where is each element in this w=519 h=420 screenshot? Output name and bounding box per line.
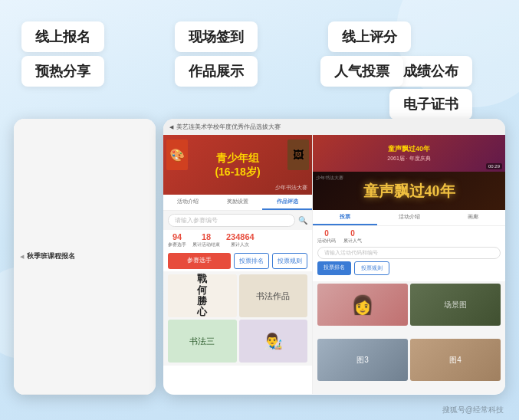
artwork-3[interactable]: 书法三 [168, 320, 237, 363]
phones-area: ◀ 秋季班课程报名 1025人报名! 课程 互动资讯 机构介绍 报名 秋季课程报… [14, 119, 505, 405]
vote-rank-btn[interactable]: 投票排名 [234, 253, 269, 269]
rpl-banner-sub: 少年书法大赛 [275, 184, 307, 192]
stat-total-label: 累计人次 [226, 241, 255, 248]
stat-activity-value: 18 [192, 232, 220, 241]
rpr-top-image: 童声飘过40年 2061届 · 年度庆典 00:29 [313, 135, 505, 172]
feature-label: 人气投票 [334, 64, 389, 79]
vote-total-value: 0 [343, 229, 362, 238]
rpl-banner-title: 青少年组(16-18岁) [215, 151, 260, 179]
vote-rules-btn[interactable]: 投票规则 [272, 253, 307, 269]
vote-code-value: 0 [317, 229, 336, 238]
features-area: 线上报名 现场签到 线上评分 预热分享 作品展示 成绩公布 人气投票 电子证书 [14, 14, 505, 113]
left-phone: ◀ 秋季班课程报名 1025人报名! 课程 互动资讯 机构介绍 报名 秋季课程报… [14, 119, 156, 395]
rpl-search: 请输入参赛编号 🔍 [163, 211, 312, 230]
rpr-vote-area: 0 活动代码 0 累计人气 请输入活动代码和编号 投票排名 投票规则 [313, 226, 505, 281]
rpr-header-text: 童声飘过40年 2061届 · 年度庆典 [387, 144, 430, 162]
right-phone-panels: 青少年组(16-18岁) 少年书法大赛 🎨 🖼 活动介绍 奖励设置 作品评选 [163, 135, 505, 394]
right-phone-left-panel: 青少年组(16-18岁) 少年书法大赛 🎨 🖼 活动介绍 奖励设置 作品评选 [163, 135, 313, 394]
left-phone-header: ◀ 秋季班课程报名 [14, 119, 156, 395]
feature-online-score[interactable]: 线上评分 [328, 21, 411, 52]
artwork-grid: 戰何勝心 书法作品 书法三 👨‍🎨 [163, 271, 312, 366]
vote-stats: 0 活动代码 0 累计人气 [317, 229, 501, 244]
rpr-img-2[interactable]: 场景图 [410, 284, 501, 326]
stat-activity: 18 累计活动结束 [192, 232, 220, 248]
vote-action-btns: 投票排名 投票规则 [317, 261, 501, 275]
vote-rank-btn[interactable]: 投票排名 [317, 261, 351, 275]
timestamp-badge: 00:29 [486, 163, 502, 169]
feature-label: 预热分享 [35, 64, 90, 79]
rpr-img-3[interactable]: 图3 [317, 339, 408, 381]
stat-total-value: 234864 [226, 232, 255, 241]
right-phone-header: ◀ 美艺连美术学校年度优秀作品选拔大赛 [163, 119, 505, 135]
left-phone-header-text: 秋季班课程报名 [27, 251, 75, 261]
feature-work-display[interactable]: 作品展示 [175, 56, 258, 87]
stat-contestants-value: 94 [168, 232, 186, 241]
right-phone-right-panel: 童声飘过40年 2061届 · 年度庆典 00:29 童声飘过40年 少年书法大… [313, 135, 505, 394]
join-btn[interactable]: 参赛选手 [168, 253, 231, 269]
feature-onsite-checkin[interactable]: 现场签到 [175, 21, 258, 52]
rpr-calligraphy-banner: 童声飘过40年 少年书法大赛 [313, 172, 505, 210]
rpr-img-4[interactable]: 图4 [410, 339, 501, 381]
vote-code-label: 活动代码 [317, 238, 336, 244]
rpl-banner: 青少年组(16-18岁) 少年书法大赛 🎨 🖼 [163, 135, 312, 195]
rpl-action-btns: 参赛选手 投票排名 投票规则 [163, 251, 312, 271]
vote-stat-code: 0 活动代码 [317, 229, 336, 244]
rpl-tab-works[interactable]: 作品评选 [262, 195, 312, 210]
artwork-4[interactable]: 👨‍🎨 [239, 320, 308, 363]
stat-activity-label: 累计活动结束 [192, 241, 220, 248]
feature-online-register[interactable]: 线上报名 [21, 21, 104, 52]
feature-label: 作品展示 [189, 64, 244, 79]
vote-rules-btn2[interactable]: 投票规则 [354, 261, 389, 275]
right-phone: ◀ 美艺连美术学校年度优秀作品选拔大赛 青少年组(16-18岁) 少年书法大赛 … [163, 119, 505, 395]
right-phone-header-text: 美艺连美术学校年度优秀作品选拔大赛 [176, 123, 281, 131]
rpr-image-grid: 👩 场景图 图3 图4 [313, 281, 505, 394]
rpr-cal-year: 少年书法大赛 [316, 175, 343, 182]
feature-label: 电子证书 [403, 97, 458, 112]
feature-label: 现场签到 [189, 29, 244, 44]
feature-label: 成绩公布 [403, 64, 458, 79]
rpr-cal-title: 童声飘过40年 [363, 181, 455, 202]
search-icon[interactable]: 🔍 [298, 216, 307, 225]
rpl-tabs: 活动介绍 奖励设置 作品评选 [163, 195, 312, 211]
feature-popular-vote[interactable]: 人气投票 [320, 56, 403, 87]
vote-total-label: 累计人气 [343, 238, 362, 244]
rpr-tab-vote[interactable]: 投票 [313, 210, 377, 225]
feature-label: 线上评分 [342, 29, 397, 44]
rpr-tab-gallery[interactable]: 画廊 [441, 210, 505, 225]
watermark: 搜狐号@经常科技 [442, 405, 504, 415]
rpr-tabs: 投票 活动介绍 画廊 [313, 210, 505, 226]
feature-preheat-share[interactable]: 预热分享 [21, 56, 104, 87]
rpl-search-input[interactable]: 请输入参赛编号 [168, 214, 295, 227]
feature-ecert[interactable]: 电子证书 [389, 89, 472, 120]
feature-label: 线上报名 [35, 29, 90, 44]
stat-contestants-label: 参赛选手 [168, 241, 186, 248]
artwork-1[interactable]: 戰何勝心 [168, 274, 237, 317]
rpl-tab-intro[interactable]: 活动介绍 [163, 195, 213, 210]
vote-stat-total: 0 累计人气 [343, 229, 362, 244]
vote-input[interactable]: 请输入活动代码和编号 [317, 247, 501, 259]
rpl-tab-award[interactable]: 奖励设置 [213, 195, 263, 210]
rpr-img-1[interactable]: 👩 [317, 284, 408, 326]
artwork-2[interactable]: 书法作品 [239, 274, 308, 317]
stat-contestants: 94 参赛选手 [168, 232, 186, 248]
rpl-stats: 94 参赛选手 18 累计活动结束 234864 累计人次 [163, 230, 312, 251]
stat-total: 234864 累计人次 [226, 232, 255, 248]
rpr-tab-intro[interactable]: 活动介绍 [377, 210, 442, 225]
